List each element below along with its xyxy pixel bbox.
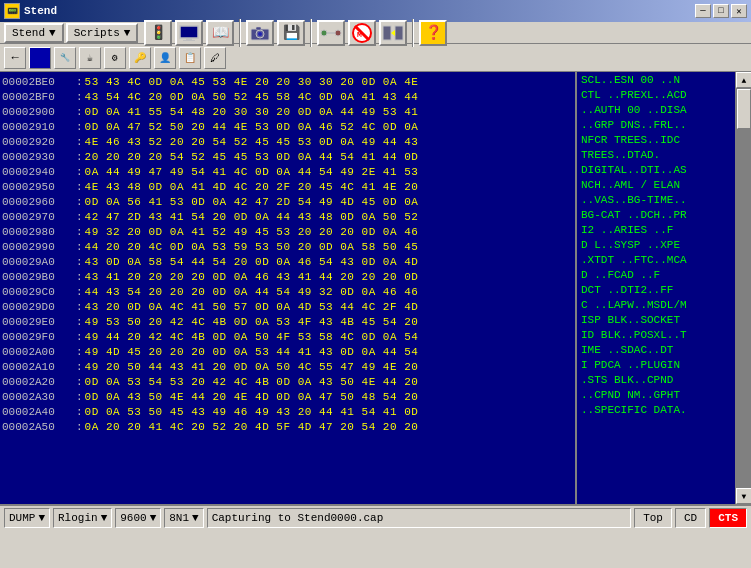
hex-bytes: 0D 0A 53 54 53 20 42 4C 4B 0D 0A 43 50 4… (85, 376, 573, 388)
svg-rect-2 (183, 40, 195, 41)
scroll-down-button[interactable]: ▼ (736, 488, 751, 504)
screen-button[interactable] (175, 20, 203, 46)
book-button[interactable]: 📖 (206, 20, 234, 46)
title-bar-left: 📟 Stend (4, 3, 57, 19)
scroll-thumb[interactable] (737, 89, 751, 129)
svg-rect-1 (186, 38, 192, 40)
app-menu-arrow: ▼ (49, 27, 56, 39)
hex-addr: 000029F0 (2, 331, 74, 343)
baud-arrow: ▼ (150, 512, 157, 524)
mode-selector[interactable]: DUMP ▼ (4, 508, 50, 528)
hex-bytes: 0D 0A 47 52 50 20 44 4E 53 0D 0A 46 52 4… (85, 121, 573, 133)
hex-line: 00002930 : 20 20 20 20 54 52 45 45 53 0D… (0, 149, 575, 164)
hex-bytes: 43 20 0D 0A 4C 41 50 57 0D 0A 4D 53 44 4… (85, 301, 573, 313)
ascii-line: C ..LAPW..MSDL/M (581, 299, 731, 314)
ascii-line: I2 ..ARIES ..F (581, 224, 731, 239)
stop-button[interactable]: M (348, 20, 376, 46)
maximize-button[interactable]: □ (713, 4, 729, 18)
hex-addr: 00002940 (2, 166, 74, 178)
ascii-line: DCT ..DTI2..FF (581, 284, 731, 299)
ascii-line: D ..FCAD ..F (581, 269, 731, 284)
hex-bytes: 20 20 20 20 54 52 45 45 53 0D 0A 44 54 4… (85, 151, 573, 163)
ascii-line: NCH..AML / ELAN (581, 179, 731, 194)
scripts-menu[interactable]: Scripts ▼ (66, 23, 139, 43)
blue-square-button[interactable] (29, 47, 51, 69)
hex-bytes: 4E 43 48 0D 0A 41 4D 4C 20 2F 20 45 4C 4… (85, 181, 573, 193)
floppy-button[interactable]: 💾 (277, 20, 305, 46)
transfer-button[interactable] (379, 20, 407, 46)
hex-bytes: 0A 20 20 41 4C 20 52 20 4D 5F 4D 47 20 5… (85, 421, 573, 433)
hex-addr: 00002A20 (2, 376, 74, 388)
scrollbar[interactable]: ▲ ▼ (735, 72, 751, 504)
tool3-button[interactable]: 📋 (179, 47, 201, 69)
hex-bytes: 43 54 4C 20 0D 0A 50 52 45 58 4C 0D 0A 4… (85, 91, 573, 103)
hex-line: 00002A20 : 0D 0A 53 54 53 20 42 4C 4B 0D… (0, 374, 575, 389)
ascii-line: ..GRP DNS..FRL.. (581, 119, 731, 134)
secondary-toolbar: ← 🔧 ☕ ⚙ 🔑 👤 📋 🖊 (0, 44, 751, 72)
mode-label: DUMP (9, 512, 35, 524)
ascii-line: .XTDT ..FTC..MCA (581, 254, 731, 269)
hex-addr: 00002BF0 (2, 91, 74, 103)
hex-bytes: 43 0D 0A 58 54 44 54 20 0D 0A 46 54 43 0… (85, 256, 573, 268)
camera-button[interactable] (246, 20, 274, 46)
ascii-line: ..VAS..BG-TIME.. (581, 194, 731, 209)
scroll-track[interactable] (736, 88, 751, 488)
hex-line: 000029E0 : 49 53 50 20 42 4C 4B 0D 0A 53… (0, 314, 575, 329)
connection-arrow: ▼ (101, 512, 108, 524)
app-menu[interactable]: Stend ▼ (4, 23, 64, 43)
hex-addr: 00002A40 (2, 406, 74, 418)
top-button[interactable]: Top (634, 508, 672, 528)
baud-selector[interactable]: 9600 ▼ (115, 508, 161, 528)
tool2-button[interactable]: 👤 (154, 47, 176, 69)
cup-button[interactable]: ☕ (79, 47, 101, 69)
hex-bytes: 0D 0A 41 55 54 48 20 30 30 20 0D 0A 44 4… (85, 106, 573, 118)
hex-bytes: 0D 0A 56 41 53 0D 0A 42 47 2D 54 49 4D 4… (85, 196, 573, 208)
scroll-up-button[interactable]: ▲ (736, 72, 751, 88)
minimize-button[interactable]: ─ (695, 4, 711, 18)
app-menu-label: Stend (12, 27, 45, 39)
yellow-button[interactable]: 🔧 (54, 47, 76, 69)
hex-bytes: 44 20 20 4C 0D 0A 53 59 53 50 20 0D 0A 5… (85, 241, 573, 253)
capture-status: Capturing to Stend0000.cap (207, 508, 632, 528)
hex-line: 00002A30 : 0D 0A 43 50 4E 44 20 4E 4D 0D… (0, 389, 575, 404)
hex-line: 000029B0 : 43 41 20 20 20 20 0D 0A 46 43… (0, 269, 575, 284)
hex-bytes: 42 47 2D 43 41 54 20 0D 0A 44 43 48 0D 0… (85, 211, 573, 223)
help-button[interactable]: ❓ (419, 20, 447, 46)
close-button[interactable]: ✕ (731, 4, 747, 18)
hex-line: 00002910 : 0D 0A 47 52 50 20 44 4E 53 0D… (0, 119, 575, 134)
hex-addr: 000029B0 (2, 271, 74, 283)
connect-button[interactable] (317, 20, 345, 46)
ascii-line: SCL..ESN 00 ..N (581, 74, 731, 89)
hex-addr: 00002BE0 (2, 76, 74, 88)
svg-marker-16 (391, 30, 395, 36)
ascii-display: SCL..ESN 00 ..NCTL ..PREXL..ACD..AUTH 00… (575, 72, 735, 504)
svg-rect-6 (256, 27, 261, 30)
scripts-menu-arrow: ▼ (124, 27, 131, 39)
bits-selector[interactable]: 8N1 ▼ (164, 508, 203, 528)
hex-bytes: 53 43 4C 0D 0A 45 53 4E 20 20 30 30 20 0… (85, 76, 573, 88)
hex-line: 000029F0 : 49 44 20 42 4C 4B 0D 0A 50 4F… (0, 329, 575, 344)
hex-addr: 000029C0 (2, 286, 74, 298)
hex-line: 000029D0 : 43 20 0D 0A 4C 41 50 57 0D 0A… (0, 299, 575, 314)
hex-addr: 00002930 (2, 151, 74, 163)
hex-line: 00002920 : 4E 46 43 52 20 20 54 52 45 45… (0, 134, 575, 149)
ascii-line: D L..SYSP ..XPE (581, 239, 731, 254)
hex-line: 00002A50 : 0A 20 20 41 4C 20 52 20 4D 5F… (0, 419, 575, 434)
hex-bytes: 43 41 20 20 20 20 0D 0A 46 43 41 44 20 2… (85, 271, 573, 283)
traffic-light-button[interactable]: 🚦 (144, 20, 172, 46)
menu-bar: Stend ▼ Scripts ▼ 🚦 📖 💾 (0, 22, 751, 44)
config-button[interactable]: ⚙ (104, 47, 126, 69)
connection-selector[interactable]: Rlogin ▼ (53, 508, 112, 528)
toolbar-separator-1 (239, 19, 241, 47)
hex-line: 00002960 : 0D 0A 56 41 53 0D 0A 42 47 2D… (0, 194, 575, 209)
svg-point-8 (321, 30, 327, 36)
ascii-line: ..AUTH 00 ..DISA (581, 104, 731, 119)
hex-line: 00002940 : 0A 44 49 47 49 54 41 4C 0D 0A… (0, 164, 575, 179)
ascii-line: TREES..DTAD. (581, 149, 731, 164)
hex-dump[interactable]: 00002BE0 : 53 43 4C 0D 0A 45 53 4E 20 20… (0, 72, 575, 504)
arrow-button[interactable]: ← (4, 47, 26, 69)
ascii-line: CTL ..PREXL..ACD (581, 89, 731, 104)
tool1-button[interactable]: 🔑 (129, 47, 151, 69)
hex-line: 00002950 : 4E 43 48 0D 0A 41 4D 4C 20 2F… (0, 179, 575, 194)
tool4-button[interactable]: 🖊 (204, 47, 226, 69)
